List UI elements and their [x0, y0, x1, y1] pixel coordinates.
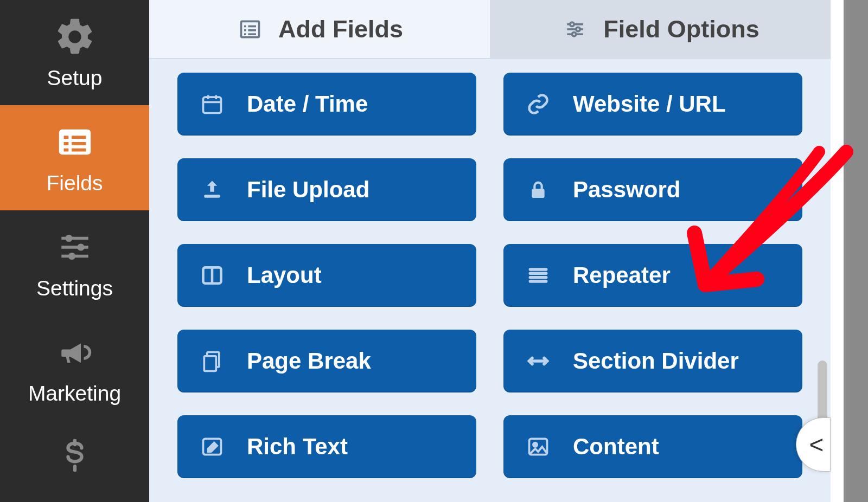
chevron-left-icon: < — [809, 430, 824, 459]
tab-label: Field Options — [603, 15, 760, 43]
field-label: File Upload — [247, 177, 369, 203]
field-label: Rich Text — [247, 434, 348, 460]
field-label: Date / Time — [247, 91, 368, 117]
tab-add-fields[interactable]: Add Fields — [149, 0, 490, 58]
sliders-icon — [50, 228, 99, 267]
tab-field-options[interactable]: Field Options — [490, 0, 831, 58]
svg-rect-30 — [204, 195, 220, 198]
columns-icon — [199, 262, 225, 288]
field-label: Page Break — [247, 348, 371, 374]
sidebar-item-marketing[interactable]: Marketing — [0, 316, 149, 421]
divider-icon — [525, 348, 551, 374]
field-website-url[interactable]: Website / URL — [503, 73, 802, 136]
sidebar-item-setup[interactable]: Setup — [0, 0, 149, 105]
field-layout[interactable]: Layout — [177, 244, 476, 307]
list-icon — [525, 262, 551, 288]
form-icon — [50, 123, 99, 162]
bullhorn-icon — [50, 333, 99, 372]
svg-rect-2 — [72, 136, 86, 139]
sidebar-item-label: Marketing — [28, 382, 121, 406]
svg-rect-6 — [72, 149, 86, 152]
field-label: Website / URL — [573, 91, 726, 117]
svg-rect-31 — [532, 189, 544, 198]
link-icon — [525, 91, 551, 117]
field-label: Section Divider — [573, 348, 739, 374]
tab-label: Add Fields — [278, 15, 403, 43]
field-page-break[interactable]: Page Break — [177, 330, 476, 392]
calendar-icon — [199, 91, 225, 117]
svg-rect-39 — [204, 356, 216, 371]
field-repeater[interactable]: Repeater — [503, 244, 802, 307]
sidebar-item-label: Settings — [36, 276, 113, 300]
field-rich-text[interactable]: Rich Text — [177, 415, 476, 478]
sidebar: Setup Fields Settings Marketing — [0, 0, 149, 502]
field-date-time[interactable]: Date / Time — [177, 73, 476, 136]
field-section-divider[interactable]: Section Divider — [503, 330, 802, 392]
field-label: Layout — [247, 262, 322, 288]
divider-strip — [831, 0, 844, 502]
fields-panel: Add Fields Field Options Date / Time — [149, 0, 831, 502]
main: Add Fields Field Options Date / Time — [149, 0, 868, 502]
sliders-icon — [561, 15, 589, 43]
lock-icon — [525, 177, 551, 203]
edit-icon — [199, 434, 225, 460]
svg-point-43 — [533, 443, 537, 447]
upload-icon — [199, 177, 225, 203]
svg-point-23 — [570, 22, 574, 26]
field-label: Content — [573, 434, 659, 460]
svg-rect-5 — [63, 149, 68, 152]
form-list-icon — [236, 15, 264, 43]
field-label: Repeater — [573, 262, 671, 288]
svg-point-11 — [77, 243, 84, 250]
image-icon — [525, 434, 551, 460]
panel-tabs: Add Fields Field Options — [149, 0, 831, 59]
dollar-icon — [50, 436, 99, 475]
sidebar-item-payments[interactable] — [0, 421, 149, 486]
field-file-upload[interactable]: File Upload — [177, 158, 476, 221]
svg-rect-4 — [72, 142, 86, 145]
svg-rect-3 — [63, 142, 68, 145]
field-grid: Date / Time Website / URL File Upload — [149, 59, 831, 502]
field-label: Password — [573, 177, 680, 203]
outer-gutter — [844, 0, 868, 502]
pages-icon — [199, 348, 225, 374]
svg-point-24 — [576, 27, 580, 31]
sidebar-item-label: Setup — [47, 66, 103, 90]
sidebar-item-settings[interactable]: Settings — [0, 210, 149, 316]
sidebar-item-fields[interactable]: Fields — [0, 105, 149, 210]
svg-point-12 — [68, 253, 75, 260]
sidebar-item-label: Fields — [46, 171, 103, 195]
svg-point-25 — [572, 32, 576, 36]
field-password[interactable]: Password — [503, 158, 802, 221]
svg-rect-1 — [63, 136, 68, 139]
app-root: Setup Fields Settings Marketing — [0, 0, 868, 502]
svg-rect-26 — [203, 97, 221, 113]
field-content[interactable]: Content — [503, 415, 802, 478]
gear-icon — [50, 17, 99, 56]
svg-point-10 — [65, 235, 72, 242]
